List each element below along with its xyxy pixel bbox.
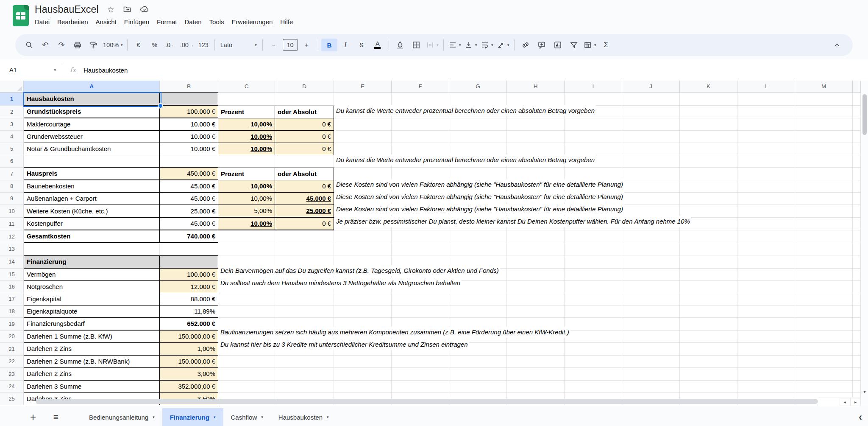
- cell-J22[interactable]: [622, 356, 680, 368]
- search-icon[interactable]: [21, 39, 37, 51]
- cell-G1[interactable]: [449, 92, 507, 106]
- cell-J9[interactable]: [622, 193, 680, 205]
- row-header-4[interactable]: 4: [0, 131, 24, 143]
- cell-B13[interactable]: [160, 243, 218, 255]
- cell-G4[interactable]: [449, 131, 507, 143]
- text-wrap-button[interactable]: ▾: [479, 39, 495, 51]
- merge-cells-button[interactable]: ▾: [424, 39, 440, 51]
- cell-C10[interactable]: 5,00%: [218, 205, 275, 218]
- cell-L24[interactable]: [737, 381, 795, 393]
- cell-K4[interactable]: [680, 131, 737, 143]
- row-header-13[interactable]: 13: [0, 243, 24, 255]
- row-header-1[interactable]: 1: [0, 92, 24, 106]
- row-header-12[interactable]: 12: [0, 230, 24, 243]
- scroll-right-icon[interactable]: ▸: [850, 398, 861, 406]
- cell-K8[interactable]: [680, 180, 737, 193]
- row-header-19[interactable]: 19: [0, 318, 24, 331]
- cell-C17[interactable]: [218, 293, 275, 305]
- cell-M7[interactable]: [795, 168, 853, 180]
- cell-L14[interactable]: [737, 255, 795, 269]
- cell-K3[interactable]: [680, 118, 737, 131]
- cell-B16[interactable]: 12.000 €: [160, 281, 218, 293]
- cell-M14[interactable]: [795, 255, 853, 269]
- move-to-folder-icon[interactable]: [123, 5, 131, 14]
- cell-M19[interactable]: [795, 318, 853, 331]
- cell-M15[interactable]: [795, 269, 853, 281]
- text-rotation-button[interactable]: ▾: [495, 39, 511, 51]
- cell-H22[interactable]: [507, 356, 565, 368]
- cell-A9[interactable]: Außenanlagen + Carport: [24, 193, 160, 205]
- cell-J21[interactable]: [622, 343, 680, 356]
- row-header-21[interactable]: 21: [0, 343, 24, 356]
- cell-M6[interactable]: [795, 155, 853, 168]
- cell-note-E11[interactable]: Je präziser bzw. pessimistischer Du plan…: [335, 216, 691, 227]
- cell-A20[interactable]: Darlehen 1 Summe (z.B. KfW): [24, 331, 160, 343]
- cell-K24[interactable]: [680, 381, 737, 393]
- cell-M22[interactable]: [795, 356, 853, 368]
- cell-H3[interactable]: [507, 118, 565, 131]
- formula-input[interactable]: Hausbaukosten: [83, 67, 128, 74]
- cell-E17[interactable]: [334, 293, 392, 305]
- scroll-left-icon[interactable]: ◂: [840, 398, 850, 406]
- cell-note-C15[interactable]: Dein Barvermögen auf das Du zugreifen ka…: [219, 265, 500, 276]
- cell-E24[interactable]: [334, 381, 392, 393]
- more-formats-button[interactable]: 123: [195, 39, 211, 51]
- text-color-button[interactable]: A: [370, 39, 386, 51]
- cell-C2[interactable]: Prozent: [218, 106, 275, 118]
- cell-M21[interactable]: [795, 343, 853, 356]
- cell-I21[interactable]: [565, 343, 622, 356]
- cell-C12[interactable]: [218, 230, 275, 243]
- row-header-9[interactable]: 9: [0, 193, 24, 205]
- decrease-decimals-button[interactable]: .0←: [163, 39, 179, 51]
- decrease-font-size-button[interactable]: −: [266, 39, 282, 51]
- cell-I16[interactable]: [565, 281, 622, 293]
- cell-I14[interactable]: [565, 255, 622, 269]
- cell-J4[interactable]: [622, 131, 680, 143]
- cell-I19[interactable]: [565, 318, 622, 331]
- cell-L15[interactable]: [737, 269, 795, 281]
- cell-A4[interactable]: Grunderwebssteuer: [24, 131, 160, 143]
- cell-K18[interactable]: [680, 305, 737, 318]
- sheets-logo-icon[interactable]: [13, 5, 29, 26]
- cell-A6[interactable]: [24, 155, 160, 168]
- column-header-H[interactable]: H: [507, 81, 565, 92]
- cell-K7[interactable]: [680, 168, 737, 180]
- column-header-L[interactable]: L: [737, 81, 795, 92]
- column-header-B[interactable]: B: [160, 81, 218, 92]
- cell-A7[interactable]: Hauspreis: [24, 168, 160, 180]
- menu-ansicht[interactable]: Ansicht: [92, 17, 120, 27]
- cell-M13[interactable]: [795, 243, 853, 255]
- cell-B19[interactable]: 652.000 €: [160, 318, 218, 331]
- row-header-10[interactable]: 10: [0, 205, 24, 218]
- insert-chart-icon[interactable]: [550, 39, 566, 51]
- cell-B1[interactable]: [160, 92, 218, 106]
- cell-J8[interactable]: [622, 180, 680, 193]
- cell-M1[interactable]: [795, 92, 853, 106]
- format-currency-button[interactable]: €: [131, 39, 147, 51]
- cell-A21[interactable]: Darlehen 2 Zins: [24, 343, 160, 356]
- column-header-G[interactable]: G: [449, 81, 507, 92]
- cell-D8[interactable]: 0 €: [275, 180, 334, 193]
- cell-J23[interactable]: [622, 368, 680, 381]
- cell-F23[interactable]: [392, 368, 449, 381]
- row-header-14[interactable]: 14: [0, 255, 24, 269]
- cell-H12[interactable]: [507, 230, 565, 243]
- cell-H4[interactable]: [507, 131, 565, 143]
- italic-button[interactable]: I: [337, 39, 353, 51]
- cell-M18[interactable]: [795, 305, 853, 318]
- cell-F17[interactable]: [392, 293, 449, 305]
- cell-D12[interactable]: [275, 230, 334, 243]
- cell-I1[interactable]: [565, 92, 622, 106]
- cell-L13[interactable]: [737, 243, 795, 255]
- cell-B12[interactable]: 740.000 €: [160, 230, 218, 243]
- cell-B7[interactable]: 450.000 €: [160, 168, 218, 180]
- cell-L4[interactable]: [737, 131, 795, 143]
- cell-B20[interactable]: 150.000,00 €: [160, 331, 218, 343]
- scroll-down-icon[interactable]: ▾: [861, 390, 868, 394]
- cell-A3[interactable]: Maklercourtage: [24, 118, 160, 131]
- cell-B6[interactable]: [160, 155, 218, 168]
- row-header-17[interactable]: 17: [0, 293, 24, 305]
- spreadsheet-grid[interactable]: ABCDEFGHIJKLM1Hausbaukosten2Grundstücksp…: [0, 81, 861, 406]
- cell-E7[interactable]: [334, 168, 392, 180]
- cell-B15[interactable]: 100.000 €: [160, 269, 218, 281]
